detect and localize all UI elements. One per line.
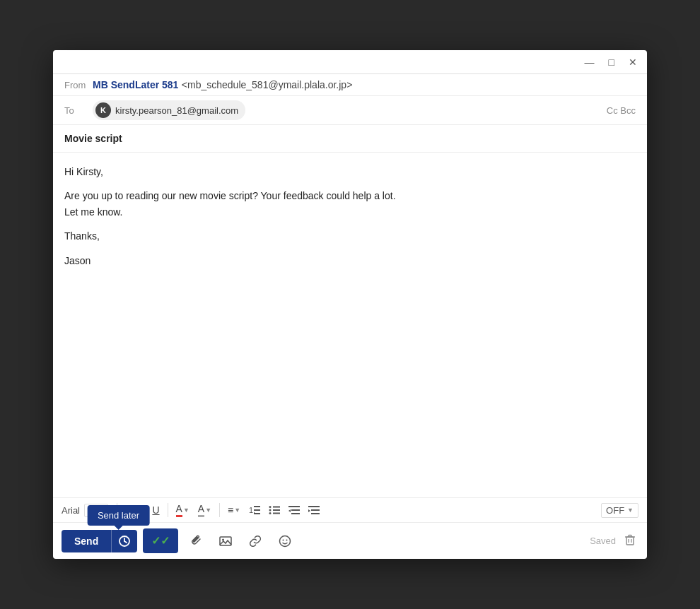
align-button[interactable]: ≡ ▼ (224, 502, 244, 518)
insert-image-button[interactable] (214, 531, 238, 552)
saved-text: Saved (590, 536, 616, 546)
svg-point-22 (222, 538, 224, 540)
svg-rect-9 (273, 513, 280, 514)
delete-draft-button[interactable] (622, 531, 638, 551)
to-label: To (64, 105, 93, 116)
bold-button[interactable]: B (122, 502, 136, 518)
svg-point-5 (269, 509, 272, 512)
font-color-button[interactable]: A ▼ (173, 501, 193, 519)
font-size-selector[interactable]: 10 ▼ (84, 504, 108, 517)
trash-icon (624, 534, 636, 545)
title-bar: — □ ✕ (53, 50, 647, 74)
to-row: To K kirsty.pearson_81@gmail.com Cc Bcc (53, 96, 647, 125)
svg-point-23 (280, 536, 291, 546)
svg-rect-15 (311, 509, 320, 511)
off-toggle[interactable]: OFF ▼ (601, 503, 638, 518)
formatting-toolbar: Arial 10 ▼ B I U A ▼ A (53, 498, 647, 523)
maximize-button[interactable]: □ (606, 55, 617, 69)
svg-marker-13 (288, 509, 291, 512)
subject-row[interactable]: Movie script (53, 125, 647, 153)
paperclip-icon (189, 535, 202, 548)
compose-window: — □ ✕ From MB SendLater 581 <mb_schedule… (53, 50, 647, 559)
send-button[interactable]: Send (62, 530, 111, 552)
send-group: Send Send later (62, 530, 137, 552)
svg-point-24 (283, 539, 284, 540)
highlight-button[interactable]: A ▼ (194, 501, 215, 519)
unordered-list-icon (269, 505, 280, 515)
greeting: Hi Kirsty, (64, 164, 636, 179)
from-row: From MB SendLater 581 <mb_schedule_581@y… (53, 74, 647, 96)
body-paragraph: Are you up to reading our new movie scri… (64, 188, 636, 220)
email-body[interactable]: Hi Kirsty, Are you up to reading our new… (53, 153, 647, 497)
window-controls: — □ ✕ (582, 55, 640, 69)
image-icon (219, 535, 232, 548)
separator-2 (168, 503, 168, 517)
font-color-icon: A (176, 503, 182, 517)
svg-rect-7 (273, 507, 280, 508)
action-bar: Send Send later ✓✓ (53, 523, 647, 559)
ordered-list-button[interactable]: 1. (245, 503, 264, 517)
minimize-button[interactable]: — (582, 55, 597, 69)
indent-decrease-button[interactable] (285, 503, 303, 517)
svg-point-4 (269, 506, 272, 508)
subject-text: Movie script (64, 133, 122, 144)
separator-3 (219, 503, 220, 517)
clock-icon (119, 536, 130, 547)
svg-rect-11 (291, 509, 300, 511)
unordered-list-button[interactable] (265, 503, 284, 517)
close-button[interactable]: ✕ (626, 55, 640, 69)
svg-rect-3 (254, 513, 260, 514)
ordered-list-icon: 1. (249, 505, 260, 515)
svg-rect-12 (291, 513, 300, 514)
svg-point-6 (269, 512, 272, 514)
font-name-label: Arial (62, 505, 80, 516)
spellcheck-button[interactable]: ✓✓ (143, 528, 178, 553)
svg-line-20 (124, 541, 127, 543)
send-later-button[interactable]: Send later (111, 530, 137, 552)
indent-increase-button[interactable] (305, 503, 323, 517)
insert-link-button[interactable] (243, 531, 267, 552)
signature: Jason (64, 253, 636, 268)
svg-rect-16 (311, 513, 320, 514)
checkmark-icon: ✓✓ (151, 534, 170, 548)
svg-rect-14 (308, 506, 320, 507)
link-icon (249, 535, 262, 548)
svg-rect-26 (626, 537, 634, 545)
recipient-email: kirsty.pearson_81@gmail.com (115, 105, 238, 116)
from-label: From (64, 80, 93, 90)
avatar: K (95, 102, 111, 118)
svg-rect-21 (220, 537, 231, 545)
sign-off: Thanks, (64, 228, 636, 244)
svg-rect-1 (254, 506, 260, 507)
saved-status: Saved (590, 531, 638, 551)
attach-file-button[interactable] (184, 531, 208, 552)
cc-bcc-button[interactable]: Cc Bcc (607, 105, 636, 116)
emoji-icon (279, 535, 291, 548)
highlight-icon: A (198, 503, 204, 517)
svg-marker-17 (308, 509, 310, 512)
indent-increase-icon (308, 505, 320, 515)
toolbar-area: Arial 10 ▼ B I U A ▼ A (53, 497, 647, 559)
svg-rect-2 (254, 509, 260, 511)
svg-rect-10 (288, 506, 300, 507)
emoji-button[interactable] (273, 531, 297, 552)
recipient-chip[interactable]: K kirsty.pearson_81@gmail.com (93, 100, 245, 120)
sender-email: <mb_schedule_581@ymail.plala.or.jp> (182, 79, 352, 90)
italic-button[interactable]: I (138, 502, 148, 518)
separator-1 (117, 503, 117, 517)
svg-point-25 (286, 539, 288, 540)
sender-name: MB SendLater 581 (93, 79, 178, 90)
indent-decrease-icon (288, 505, 300, 515)
svg-rect-8 (273, 509, 280, 511)
underline-button[interactable]: U (148, 502, 163, 518)
